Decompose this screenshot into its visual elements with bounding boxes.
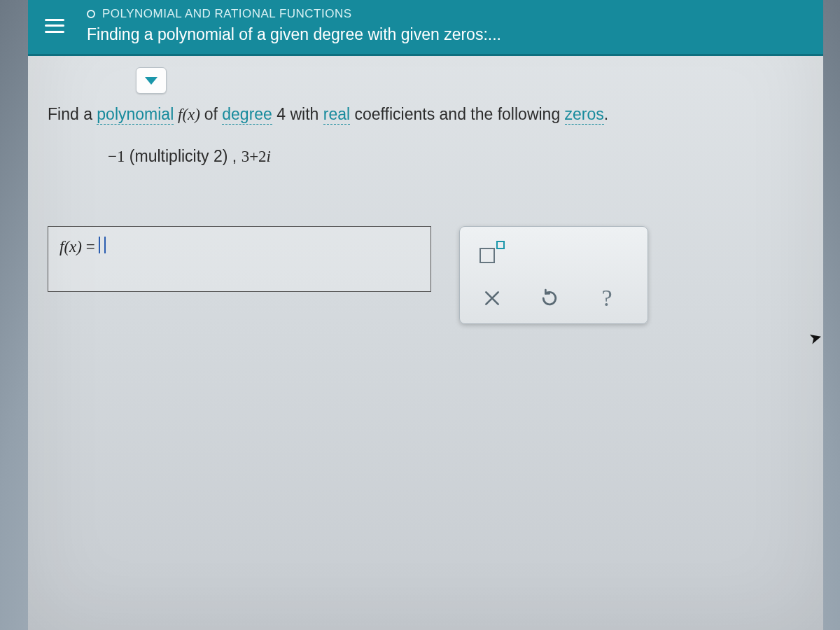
problem-statement: Find a polynomial f(x) of degree 4 with …: [48, 102, 804, 127]
link-degree[interactable]: degree: [222, 105, 272, 125]
close-icon: [483, 289, 501, 307]
chevron-down-icon: [145, 77, 158, 85]
redo-icon: [539, 288, 560, 309]
math-toolbox: ?: [459, 226, 648, 324]
circle-icon: [87, 10, 95, 18]
category-label: POLYNOMIAL AND RATIONAL FUNCTIONS: [102, 7, 352, 21]
link-polynomial[interactable]: polynomial: [97, 105, 174, 125]
menu-button[interactable]: [36, 8, 73, 44]
breadcrumb: POLYNOMIAL AND RATIONAL FUNCTIONS: [87, 7, 501, 21]
hamburger-icon: [45, 19, 64, 33]
app-header: POLYNOMIAL AND RATIONAL FUNCTIONS Findin…: [28, 0, 823, 56]
exponent-button[interactable]: [475, 237, 509, 267]
help-button[interactable]: ?: [590, 283, 624, 314]
question-icon: ?: [601, 285, 612, 312]
exponent-icon: [479, 241, 505, 263]
mouse-cursor-icon: ➤: [807, 328, 824, 349]
answer-input[interactable]: f(x) =: [48, 226, 431, 292]
page-title: Finding a polynomial of a given degree w…: [87, 25, 501, 44]
zeros-list: −1 (multiplicity 2) , 3+2i: [108, 147, 804, 166]
redo-button[interactable]: [533, 283, 566, 314]
clear-button[interactable]: [475, 283, 509, 314]
input-cursor-icon: [99, 237, 106, 253]
link-zeros[interactable]: zeros: [565, 105, 604, 125]
link-real[interactable]: real: [323, 105, 350, 125]
expand-button[interactable]: [136, 67, 167, 94]
